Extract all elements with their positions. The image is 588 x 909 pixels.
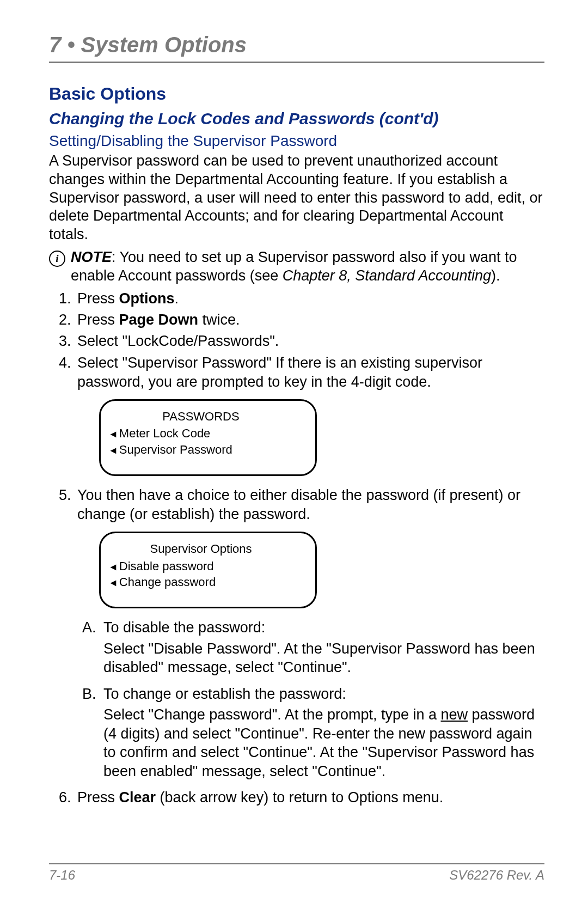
screen1-line1: Meter Lock Code xyxy=(108,425,304,442)
note-block: i NOTE: You need to set up a Supervisor … xyxy=(49,248,544,285)
screen-passwords: PASSWORDS Meter Lock Code Supervisor Pas… xyxy=(99,399,317,476)
step-1: Press Options. xyxy=(75,289,544,308)
step-2-prefix: Press xyxy=(77,312,119,328)
step-3: Select "LockCode/Passwords". xyxy=(75,332,544,351)
note-body-after: ). xyxy=(491,267,500,284)
chapter-bullet: • xyxy=(67,33,75,57)
document-page: 7 • System Options Basic Options Changin… xyxy=(0,0,588,909)
substep-a-body: Select "Disable Password". At the "Super… xyxy=(103,639,544,677)
step-4-text: Select "Supervisor Password" If there is… xyxy=(77,355,482,390)
screen1-title: PASSWORDS xyxy=(108,408,304,425)
step-5-text: You then have a choice to either disable… xyxy=(77,487,520,522)
screen1-line2: Supervisor Password xyxy=(108,442,304,458)
chapter-number: 7 xyxy=(49,33,61,57)
step-1-suffix: . xyxy=(175,290,179,307)
section-heading: Basic Options xyxy=(49,84,544,104)
screen2-line2: Change password xyxy=(108,574,304,590)
subsection-heading: Changing the Lock Codes and Passwords (c… xyxy=(49,109,544,128)
substep-a: To disable the password: Select "Disable… xyxy=(100,618,544,677)
intro-paragraph: A Supervisor password can be used to pre… xyxy=(49,152,544,244)
step-5: You then have a choice to either disable… xyxy=(75,486,544,781)
screen-supervisor-options: Supervisor Options Disable password Chan… xyxy=(99,532,317,608)
substep-b: To change or establish the password: Sel… xyxy=(100,685,544,781)
screen2-title: Supervisor Options xyxy=(108,541,304,557)
step-1-prefix: Press xyxy=(77,290,119,307)
substep-b-underlined: new xyxy=(441,706,468,723)
chapter-title: System Options xyxy=(81,33,247,57)
footer-doc-id: SV62276 Rev. A xyxy=(449,868,544,883)
info-icon: i xyxy=(49,251,65,267)
substep-a-head: To disable the password: xyxy=(103,619,265,636)
steps-list: Press Options. Press Page Down twice. Se… xyxy=(49,289,544,807)
substep-b-head: To change or establish the password: xyxy=(103,686,346,702)
step-4: Select "Supervisor Password" If there is… xyxy=(75,353,544,476)
step-2-bold: Page Down xyxy=(119,312,199,328)
step-6-bold: Clear xyxy=(119,789,156,806)
footer-page-number: 7-16 xyxy=(49,868,75,883)
substep-b-body: Select "Change password". At the prompt,… xyxy=(103,705,544,780)
page-footer: 7-16 SV62276 Rev. A xyxy=(49,863,544,883)
substep-b-before: Select "Change password". At the prompt,… xyxy=(103,706,441,723)
step-6-prefix: Press xyxy=(77,789,119,806)
note-text: NOTE: You need to set up a Supervisor pa… xyxy=(71,248,544,285)
substeps-list: To disable the password: Select "Disable… xyxy=(77,618,544,780)
step-1-bold: Options xyxy=(119,290,175,307)
screen2-line1: Disable password xyxy=(108,558,304,575)
step-2-suffix: twice. xyxy=(198,312,240,328)
subsubsection-heading: Setting/Disabling the Supervisor Passwor… xyxy=(49,132,544,150)
chapter-header: 7 • System Options xyxy=(49,33,544,63)
step-2: Press Page Down twice. xyxy=(75,310,544,330)
step-6: Press Clear (back arrow key) to return t… xyxy=(75,788,544,807)
note-label: NOTE xyxy=(71,249,112,265)
note-reference: Chapter 8, Standard Accounting xyxy=(283,267,491,284)
step-6-suffix: (back arrow key) to return to Options me… xyxy=(156,789,443,806)
